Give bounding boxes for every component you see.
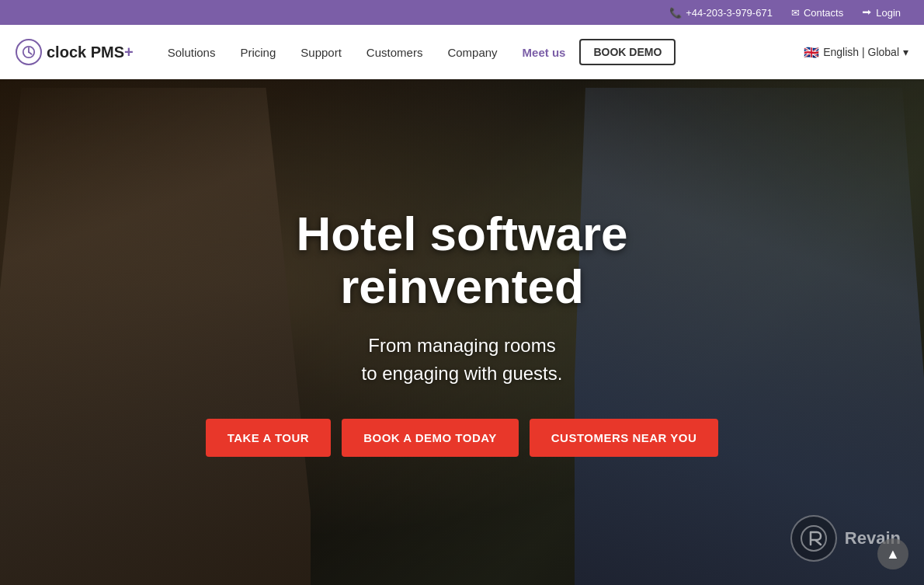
phone-number: +44-203-3-979-671 <box>686 7 773 19</box>
nav-item-support[interactable]: Support <box>290 40 353 65</box>
contacts-label: Contacts <box>804 7 843 19</box>
top-bar: 📞 +44-203-3-979-671 ✉ Contacts ⮕ Login <box>0 0 924 25</box>
nav-item-customers[interactable]: Customers <box>356 40 434 65</box>
take-a-tour-button[interactable]: TAKE A TOUR <box>206 419 332 457</box>
language-label: English | Global <box>823 46 899 58</box>
book-a-demo-button[interactable]: BOOK A DEMO TODAY <box>342 419 519 457</box>
flag-icon: 🇬🇧 <box>804 45 819 60</box>
hero-subtitle: From managing rooms to engaging with gue… <box>175 332 749 388</box>
hero-buttons: TAKE A TOUR BOOK A DEMO TODAY CUSTOMERS … <box>175 419 749 457</box>
logo-plus: + <box>124 44 134 61</box>
language-selector[interactable]: 🇬🇧 English | Global ▾ <box>804 45 908 60</box>
nav-item-meet-us[interactable]: Meet us <box>512 40 577 65</box>
logo-text: clock PMS+ <box>47 44 134 61</box>
hero-subtitle-line1: From managing rooms <box>368 335 555 356</box>
nav-item-pricing[interactable]: Pricing <box>229 40 287 65</box>
nav-book-demo-button[interactable]: BOOK DEMO <box>579 39 676 65</box>
login-label: Login <box>876 7 901 19</box>
envelope-icon: ✉ <box>791 7 800 19</box>
revain-logo-icon <box>790 515 837 562</box>
svg-point-3 <box>801 526 826 551</box>
chevron-up-icon: ▲ <box>886 546 900 562</box>
nav-item-company[interactable]: Company <box>436 40 508 65</box>
login-link[interactable]: ⮕ Login <box>862 7 901 19</box>
svg-line-2 <box>29 52 32 54</box>
logo-icon <box>16 39 42 65</box>
navbar: clock PMS+ Solutions Pricing Support Cus… <box>0 25 924 79</box>
hero-section: Hotel software reinvented From managing … <box>0 79 924 585</box>
phone-link[interactable]: 📞 +44-203-3-979-671 <box>669 7 773 19</box>
scroll-up-button[interactable]: ▲ <box>877 538 908 569</box>
chevron-down-icon: ▾ <box>903 46 908 58</box>
contacts-link[interactable]: ✉ Contacts <box>791 7 843 19</box>
nav-item-solutions[interactable]: Solutions <box>157 40 227 65</box>
phone-icon: 📞 <box>669 7 682 19</box>
nav-right: 🇬🇧 English | Global ▾ <box>804 45 908 60</box>
login-icon: ⮕ <box>862 7 872 19</box>
hero-subtitle-line2: to engaging with guests. <box>362 363 563 384</box>
nav-links: Solutions Pricing Support Customers Comp… <box>157 39 788 65</box>
customers-near-you-button[interactable]: CUSTOMERS NEAR YOU <box>530 419 719 457</box>
hero-content: Hotel software reinvented From managing … <box>159 192 765 472</box>
hero-title: Hotel software reinvented <box>175 207 749 313</box>
logo[interactable]: clock PMS+ <box>16 39 134 65</box>
